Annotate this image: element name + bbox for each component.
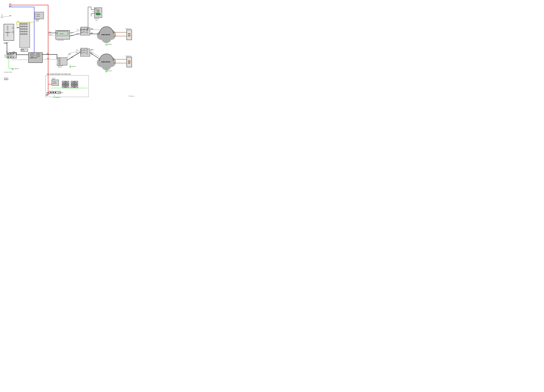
- watermark: ArtFull: [130, 95, 135, 97]
